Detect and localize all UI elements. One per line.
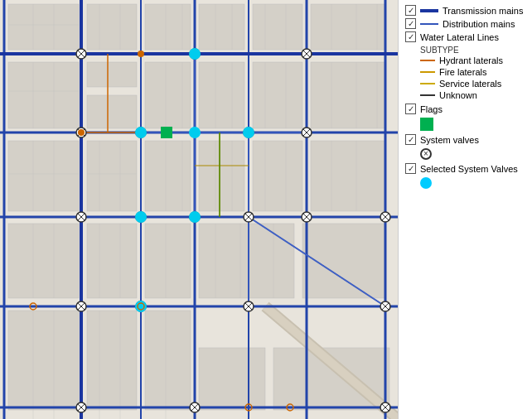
valve-symbol-wrapper (405, 148, 525, 160)
legend-line-distribution (420, 23, 438, 25)
legend-item-selected-valves: Selected System Valves (405, 163, 525, 174)
legend-label-water-lateral: Water Lateral Lines (420, 32, 499, 42)
svg-point-172 (243, 127, 254, 138)
legend-item-system-valves: System valves (405, 134, 525, 145)
checkbox-flags[interactable] (405, 104, 416, 114)
svg-rect-23 (199, 224, 294, 298)
legend-label-fire: Fire laterals (439, 67, 486, 77)
legend-label-flags: Flags (420, 104, 443, 114)
svg-rect-3 (145, 4, 191, 50)
svg-rect-1 (8, 4, 79, 50)
legend-line-fire (420, 71, 435, 73)
legend-label-system-valves: System valves (420, 135, 479, 145)
svg-point-171 (189, 127, 201, 138)
checkbox-selected-valves[interactable] (405, 163, 416, 174)
svg-rect-12 (253, 62, 302, 128)
svg-rect-2 (87, 4, 137, 50)
legend-label-unknown: Unknown (439, 90, 477, 100)
svg-point-177 (78, 129, 85, 136)
svg-rect-8 (87, 62, 137, 87)
svg-rect-16 (145, 141, 191, 211)
legend-line-unknown (420, 94, 435, 96)
svg-rect-15 (87, 141, 137, 211)
legend-item-service: Service laterals (420, 79, 525, 89)
legend-label-service: Service laterals (439, 79, 501, 89)
svg-point-175 (135, 301, 147, 312)
legend-item-water-lateral: Water Lateral Lines (405, 31, 525, 42)
legend-label-hydrant: Hydrant laterals (439, 55, 503, 65)
legend-item-transmission: Transmission mains (405, 5, 525, 16)
svg-rect-19 (311, 141, 385, 211)
svg-point-170 (135, 127, 147, 138)
checkbox-transmission[interactable] (405, 5, 416, 16)
svg-rect-176 (161, 127, 172, 138)
map-canvas (0, 0, 398, 419)
legend-label-distribution: Distribution mains (443, 19, 515, 29)
legend-line-transmission (420, 9, 438, 12)
svg-rect-14 (8, 141, 79, 211)
legend-line-hydrant (420, 60, 435, 61)
svg-rect-6 (311, 4, 385, 50)
legend-item-flags: Flags (405, 104, 525, 114)
svg-point-174 (189, 211, 201, 223)
valve-x-symbol (420, 148, 432, 160)
legend-panel: Transmission mains Distribution mains Wa… (398, 0, 532, 419)
svg-rect-26 (87, 311, 137, 410)
svg-rect-10 (145, 62, 191, 128)
checkbox-distribution[interactable] (405, 18, 416, 29)
svg-rect-22 (145, 224, 191, 298)
legend-item-distribution: Distribution mains (405, 18, 525, 29)
selected-valve-symbol-wrapper (405, 177, 525, 189)
legend-item-hydrant: Hydrant laterals (420, 55, 525, 65)
svg-rect-27 (145, 311, 191, 410)
svg-point-173 (135, 211, 147, 223)
svg-rect-7 (8, 62, 79, 128)
svg-rect-21 (87, 224, 137, 298)
map-container[interactable]: Transmission mains Distribution mains Wa… (0, 0, 532, 419)
svg-rect-17 (199, 141, 244, 211)
legend-line-service (420, 83, 435, 84)
svg-rect-13 (311, 62, 385, 128)
svg-rect-20 (8, 224, 79, 298)
selected-valve-cyan-circle (420, 177, 432, 189)
svg-rect-25 (8, 311, 79, 410)
flag-green-box (420, 118, 433, 131)
svg-rect-28 (199, 348, 265, 410)
legend-label-transmission: Transmission mains (443, 6, 523, 16)
svg-rect-4 (199, 4, 244, 50)
svg-rect-5 (253, 4, 302, 50)
svg-point-178 (138, 51, 144, 57)
legend-item-unknown: Unknown (420, 90, 525, 100)
svg-rect-18 (253, 141, 302, 211)
svg-rect-9 (87, 95, 137, 128)
legend-label-selected-valves: Selected System Valves (420, 164, 518, 174)
legend-subtype-header: SUBTYPE (420, 46, 525, 55)
checkbox-water-lateral[interactable] (405, 31, 416, 42)
svg-point-169 (189, 48, 201, 60)
svg-rect-11 (199, 62, 244, 128)
legend-item-fire: Fire laterals (420, 67, 525, 77)
checkbox-system-valves[interactable] (405, 134, 416, 145)
flag-color-swatch (420, 118, 525, 131)
